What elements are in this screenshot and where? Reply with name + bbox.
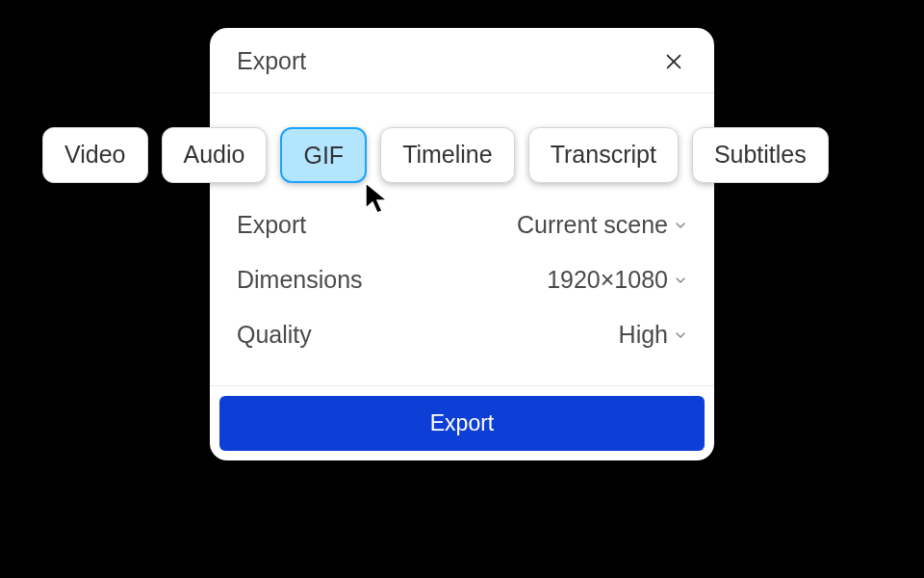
export-button[interactable]: Export xyxy=(219,396,705,451)
field-export: Export Current scene xyxy=(237,197,687,252)
field-label: Quality xyxy=(237,321,312,349)
dropdown-value: High xyxy=(619,321,668,349)
tab-gif[interactable]: GIF xyxy=(280,127,367,183)
chevron-down-icon xyxy=(674,274,687,287)
dropdown-value: Current scene xyxy=(517,211,668,239)
tab-subtitles[interactable]: Subtitles xyxy=(692,127,829,183)
quality-dropdown[interactable]: High xyxy=(619,321,687,349)
dialog-header: Export xyxy=(210,28,714,93)
dialog-footer: Export xyxy=(210,385,714,460)
close-button[interactable] xyxy=(660,48,687,75)
dropdown-value: 1920×1080 xyxy=(547,266,668,294)
tab-video[interactable]: Video xyxy=(42,127,148,183)
field-label: Dimensions xyxy=(237,266,363,294)
close-icon xyxy=(663,51,684,72)
chevron-down-icon xyxy=(674,328,687,342)
export-dialog: Export Export Current scene Dimensions 1… xyxy=(210,28,714,460)
dimensions-dropdown[interactable]: 1920×1080 xyxy=(547,266,687,294)
tab-timeline[interactable]: Timeline xyxy=(380,127,515,183)
field-dimensions: Dimensions 1920×1080 xyxy=(237,252,687,307)
export-scope-dropdown[interactable]: Current scene xyxy=(517,211,687,239)
tab-transcript[interactable]: Transcript xyxy=(528,127,679,183)
export-tabs: Video Audio GIF Timeline Transcript Subt… xyxy=(0,127,924,183)
tab-audio[interactable]: Audio xyxy=(162,127,268,183)
chevron-down-icon xyxy=(674,219,687,232)
field-label: Export xyxy=(237,211,306,239)
dialog-title: Export xyxy=(237,47,306,75)
field-quality: Quality High xyxy=(237,307,687,362)
